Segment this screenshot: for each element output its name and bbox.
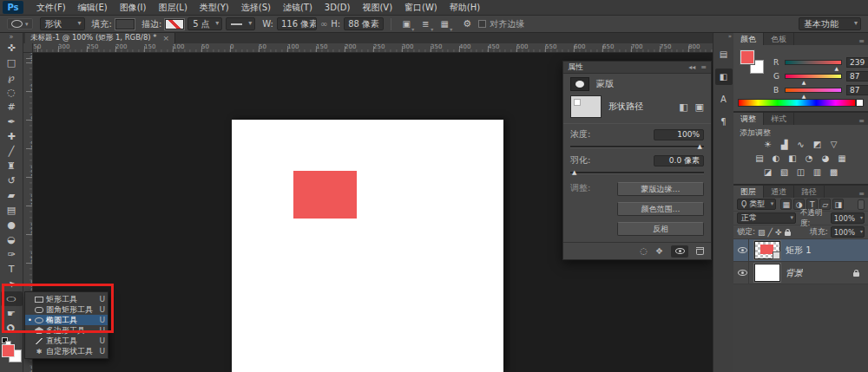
default-colors-icon[interactable] <box>2 337 8 343</box>
stroke-color-swatch[interactable] <box>165 19 184 29</box>
color-balance-icon[interactable]: ◐ <box>769 152 783 164</box>
photoshop-logo[interactable]: Ps <box>3 1 23 14</box>
foreground-color-swatch[interactable] <box>740 50 754 64</box>
lock-position-icon[interactable]: ✜ <box>775 228 782 237</box>
selective-color-icon[interactable]: ▥ <box>811 166 825 178</box>
adjustments-tab-调整[interactable]: 调整 <box>733 113 764 125</box>
opacity-field[interactable]: 100% <box>831 212 865 224</box>
document-tab[interactable]: 未标题-1 @ 100% (矩形 1, RGB/8) * × <box>25 33 175 43</box>
gradient-tool[interactable]: ▤ <box>1 203 23 218</box>
close-icon[interactable]: × <box>163 34 170 42</box>
tool-mode-select[interactable]: 形状 <box>40 17 85 30</box>
density-slider[interactable]: ▲ <box>570 142 704 151</box>
filter-smart-objects-icon[interactable]: ◨ <box>832 199 844 210</box>
menu-item[interactable]: 窗口(W) <box>398 0 444 15</box>
clone-stamp-tool[interactable]: ♜ <box>1 159 23 173</box>
panel-menu-icon[interactable]: ≡ <box>858 37 868 45</box>
gradient-map-icon[interactable]: ▩ <box>827 166 841 178</box>
menu-item[interactable]: 图层(L) <box>152 0 193 15</box>
foreground-color-swatch[interactable] <box>2 344 15 357</box>
channel-slider-G[interactable]: ▲ <box>785 74 842 79</box>
menu-item[interactable]: 编辑(E) <box>72 0 114 15</box>
layer-visibility-eye-icon[interactable] <box>738 270 747 276</box>
layer-row-背景[interactable]: 背景 <box>733 262 868 284</box>
fill-field[interactable]: 100% <box>831 226 865 238</box>
exposure-icon[interactable]: ◩ <box>811 138 825 150</box>
apply-mask-icon[interactable]: ❖ <box>655 246 663 256</box>
rectangular-marquee-tool[interactable]: □ <box>1 55 23 70</box>
density-value-field[interactable]: 100% <box>654 129 704 140</box>
button-反相[interactable]: 反相 <box>617 222 704 236</box>
gear-icon[interactable]: ⚙ <box>459 17 475 31</box>
eraser-tool[interactable]: ▰ <box>1 188 23 203</box>
layer-row-矩形 1[interactable]: 矩形 1 <box>733 239 868 262</box>
add-pixel-mask-icon[interactable]: ◧ <box>679 101 687 113</box>
menu-item[interactable]: 类型(Y) <box>194 0 235 15</box>
collapse-panel-icon[interactable]: ◂◂ <box>688 63 695 71</box>
load-selection-icon[interactable]: ◌ <box>640 246 648 256</box>
spot-healing-brush-tool[interactable]: ✚ <box>1 129 23 144</box>
black-white-icon[interactable]: ◧ <box>786 152 799 164</box>
workspace-switcher[interactable]: 基本功能 <box>799 17 861 30</box>
blend-mode-select[interactable]: 正常 <box>737 212 796 224</box>
layers-tab-路径[interactable]: 路径 <box>794 186 825 198</box>
delete-mask-icon[interactable] <box>696 247 704 255</box>
layers-tab-通道[interactable]: 通道 <box>764 186 794 198</box>
slider-thumb[interactable]: ▲ <box>835 65 839 71</box>
move-tool[interactable]: ✜ <box>1 41 23 55</box>
history-panel-icon[interactable]: ▤ <box>715 46 733 62</box>
filter-pixel-layers-icon[interactable]: ▦ <box>780 199 792 210</box>
layer-filter-toggle[interactable] <box>858 199 865 210</box>
link-dimensions-icon[interactable]: ∞ <box>320 19 327 29</box>
path-alignment-icon[interactable]: ≣ <box>418 17 433 31</box>
align-edges-checkbox[interactable] <box>478 20 486 28</box>
color-tab-颜色[interactable]: 颜色 <box>733 33 764 45</box>
channel-value-B[interactable]: 87 <box>846 85 868 95</box>
lock-image-icon[interactable]: ╱ <box>768 228 773 237</box>
adjustments-tab-样式[interactable]: 样式 <box>764 113 794 125</box>
history-brush-tool[interactable]: ↺ <box>1 173 23 188</box>
channel-slider-B[interactable]: ▲ <box>785 88 842 93</box>
menu-item[interactable]: 文件(F) <box>30 0 72 15</box>
paragraph-panel-icon[interactable]: ¶ <box>715 114 733 130</box>
type-tool[interactable]: T <box>1 262 23 277</box>
dock-collapse-icon[interactable]: » <box>728 33 732 40</box>
menu-item[interactable]: 图像(I) <box>114 0 153 15</box>
feather-value-field[interactable]: 0.0 像素 <box>654 155 704 166</box>
lock-transparency-icon[interactable]: ▨ <box>758 228 766 237</box>
layers-tab-图层[interactable]: 图层 <box>733 186 764 198</box>
width-input[interactable]: 116 像素 <box>277 17 317 30</box>
menu-item[interactable]: 视图(V) <box>356 0 398 15</box>
menu-item[interactable]: 滤镜(T) <box>277 0 319 15</box>
channel-slider-R[interactable]: ▲ <box>785 60 842 65</box>
vibrance-icon[interactable]: ▽ <box>827 138 841 150</box>
layer-name[interactable]: 矩形 1 <box>786 245 812 257</box>
layer-thumbnail[interactable] <box>754 264 780 282</box>
height-input[interactable]: 88 像素 <box>344 17 384 30</box>
spectrum-white-swatch[interactable] <box>856 99 864 107</box>
slider-thumb[interactable]: ▲ <box>802 79 806 85</box>
feather-slider-thumb[interactable]: ▲ <box>572 169 576 176</box>
curves-icon[interactable]: ∿ <box>794 138 808 150</box>
canvas[interactable] <box>232 120 503 372</box>
eyedropper-tool[interactable]: ✒ <box>1 114 23 129</box>
channel-mixer-icon[interactable]: ◕ <box>819 152 832 164</box>
red-rectangle-shape[interactable] <box>293 171 357 219</box>
character-panel-icon[interactable]: A <box>715 91 733 108</box>
layer-name[interactable]: 背景 <box>786 267 803 279</box>
toggle-mask-icon[interactable] <box>671 245 688 258</box>
button-颜色范围[interactable]: 颜色范围… <box>617 202 704 216</box>
crop-tool[interactable]: # <box>1 100 23 114</box>
quick-selection-tool[interactable]: ◌ <box>1 85 23 100</box>
density-slider-thumb[interactable]: ▲ <box>698 143 702 150</box>
channel-value-G[interactable]: 87 <box>846 71 868 82</box>
layer-visibility-eye-icon[interactable] <box>738 247 747 253</box>
menu-item[interactable]: 帮助(H) <box>444 0 486 15</box>
lasso-tool[interactable]: ℘ <box>1 70 23 85</box>
color-spectrum-bar[interactable] <box>738 99 856 107</box>
color-tab-色板[interactable]: 色板 <box>764 33 794 45</box>
properties-panel-icon[interactable]: ◧ <box>715 69 733 85</box>
invert-icon[interactable]: ◪ <box>761 166 775 178</box>
tool-preset-picker[interactable]: ▾ <box>7 18 33 29</box>
stroke-width-select[interactable]: 5 点 <box>187 17 222 30</box>
